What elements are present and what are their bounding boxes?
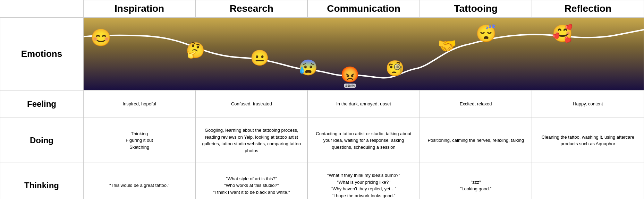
- emoji-tattooing-sleepy: 😴: [476, 24, 497, 43]
- emoji-communication-angry: 😡 &$!#%: [340, 66, 359, 88]
- emoji-research-thinking: 🤔: [186, 41, 205, 59]
- thinking-research: "What style of art is this?" "Who works …: [195, 163, 307, 199]
- doing-research: Googling, learning about the tattooing p…: [195, 118, 307, 163]
- emoji-inspiration: 😊: [91, 28, 111, 47]
- feeling-label: Feeling: [0, 90, 83, 118]
- header-research: Research: [195, 0, 307, 17]
- thinking-communication: "What if they think my idea's dumb?" "Wh…: [307, 163, 420, 199]
- feeling-communication: In the dark, annoyed, upset: [307, 90, 420, 118]
- header-tattooing: Tattooing: [420, 0, 532, 17]
- thinking-inspiration: "This would be a great tattoo.": [83, 163, 195, 199]
- doing-inspiration: Thinking Figuring it out Sketching: [83, 118, 195, 163]
- emoji-tattooing-monocle: 🧐: [385, 59, 405, 77]
- emotions-chart: 😊 🤔 😐 😰 😡 &$!#% 🧐 🤝 😴 🥰: [83, 17, 644, 90]
- doing-tattooing: Positioning, calming the nerves, relaxin…: [420, 118, 532, 163]
- journey-map: Inspiration Research Communication Tatto…: [0, 0, 644, 199]
- thinking-label: Thinking: [0, 163, 83, 199]
- feeling-reflection: Happy, content: [532, 90, 644, 118]
- header-inspiration: Inspiration: [83, 0, 195, 17]
- thinking-tattooing: "zzz" "Looking good.": [420, 163, 532, 199]
- doing-communication: Contacting a tattoo artist or studio, ta…: [307, 118, 420, 163]
- emotions-label: Emotions: [0, 17, 83, 90]
- feeling-tattooing: Excited, relaxed: [420, 90, 532, 118]
- doing-label: Doing: [0, 118, 83, 163]
- emoji-research-neutral: 😐: [250, 49, 269, 67]
- header-communication: Communication: [307, 0, 420, 17]
- emoji-reflection: 🥰: [552, 24, 573, 43]
- thinking-reflection: [532, 163, 644, 199]
- emoji-communication-sweat: 😰: [299, 59, 318, 77]
- header-reflection: Reflection: [532, 0, 644, 17]
- emoji-tattooing-handshake: 🤝: [438, 37, 457, 55]
- feeling-research: Confused, frustrated: [195, 90, 307, 118]
- header-empty: [0, 0, 83, 17]
- doing-reflection: Cleaning the tattoo, washing it, using a…: [532, 118, 644, 163]
- feeling-inspiration: Inspired, hopeful: [83, 90, 195, 118]
